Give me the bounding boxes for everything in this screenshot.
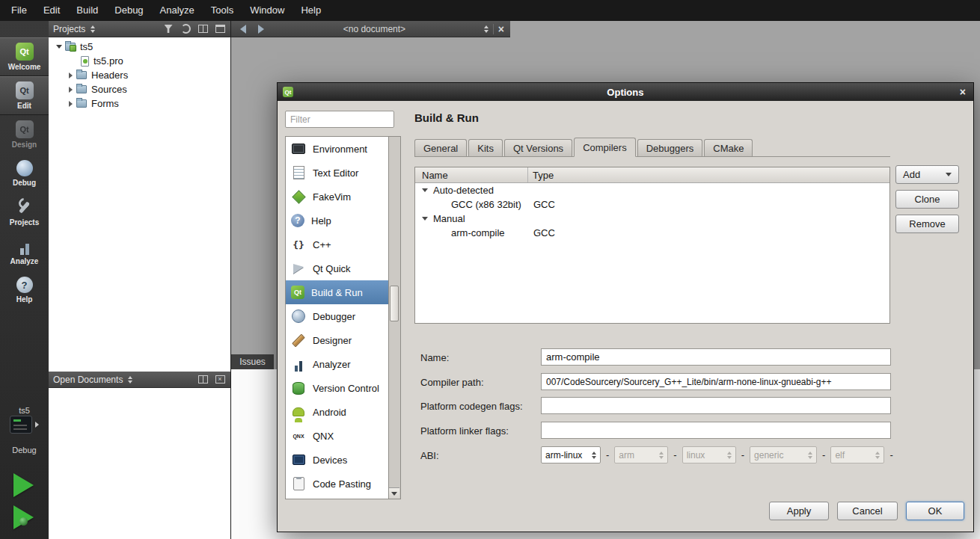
category-android[interactable]: Android [286,400,388,424]
column-type[interactable]: Type [528,167,889,182]
codegen-flags-field[interactable] [541,397,891,414]
filter-icon[interactable] [162,24,174,34]
sync-with-editor-icon[interactable] [180,24,192,34]
qt-quick-icon [291,261,306,276]
category-debugger[interactable]: Debugger [286,304,388,328]
category-version-control[interactable]: Version Control [286,376,388,400]
document-selector[interactable]: <no document> [270,24,479,34]
go-back-icon[interactable] [240,25,246,34]
tab-kits[interactable]: Kits [468,139,503,156]
issues-output-tab[interactable]: Issues [231,354,274,369]
category-text-editor[interactable]: Text Editor [286,161,388,185]
mode-help[interactable]: Help [0,271,49,309]
run-debug-button[interactable] [0,504,49,531]
tree-item-forms[interactable]: Forms [49,96,230,111]
tab-cmake[interactable]: CMake [704,139,753,156]
table-row-manual[interactable]: Manual [415,212,889,226]
maximize-pane-icon[interactable] [215,25,225,33]
dialog-titlebar[interactable]: Options [278,83,973,101]
linker-flags-field[interactable] [541,422,891,439]
category-label: Qt Quick [313,263,351,274]
table-row-auto-detected[interactable]: Auto-detected [415,183,889,197]
mode-welcome[interactable]: Welcome [0,37,49,76]
compiler-path-field[interactable] [541,373,891,390]
mode-debug[interactable]: Debug [0,154,49,193]
menu-analyze[interactable]: Analyze [152,0,203,21]
add-button[interactable]: Add [895,165,959,184]
category-designer[interactable]: Designer [286,328,388,352]
settings-category-list: Environment Text Editor FakeVim Help C++… [285,136,389,499]
abi-arch-value: arm-linux [545,450,582,461]
table-row-gcc-x86[interactable]: GCC (x86 32bit) GCC [415,197,889,212]
category-cpp[interactable]: C++ [286,232,388,256]
pane-selector-updown-icon[interactable] [128,376,132,384]
expand-arrow-icon[interactable] [69,101,73,107]
apply-button[interactable]: Apply [769,502,829,520]
mode-projects[interactable]: Projects [0,193,49,232]
collapse-arrow-icon[interactable] [56,45,62,49]
tree-item-sources[interactable]: Sources [49,82,230,96]
run-button[interactable] [0,472,49,499]
category-environment[interactable]: Environment [286,137,388,161]
remove-button[interactable]: Remove [895,215,959,233]
ok-button[interactable]: OK [906,502,964,520]
scrollbar-slider[interactable] [390,286,399,321]
category-qnx[interactable]: QNX [286,424,388,448]
category-build-and-run[interactable]: Build & Run [286,280,388,304]
go-forward-icon[interactable] [258,25,264,34]
mode-edit[interactable]: Edit [0,76,49,115]
table-row-arm-compile[interactable]: arm-compile GCC [415,226,889,240]
target-selector[interactable] [0,416,49,434]
abi-arch-combo[interactable]: arm-linux [541,446,601,463]
tree-item-ts5pro[interactable]: ts5.pro [49,54,230,68]
menu-file[interactable]: File [3,0,35,21]
collapse-arrow-icon[interactable] [422,188,428,192]
tab-qt-versions[interactable]: Qt Versions [504,139,572,156]
expand-arrow-icon[interactable] [69,73,73,78]
abi-vendor-combo: arm [614,446,668,463]
document-selector-updown-icon[interactable] [484,25,489,33]
menu-build[interactable]: Build [68,0,106,21]
menu-edit[interactable]: Edit [35,0,68,21]
collapse-arrow-icon[interactable] [422,217,428,221]
expand-arrow-icon[interactable] [69,87,73,93]
tree-item-headers[interactable]: Headers [49,68,230,82]
devices-icon [291,452,306,467]
split-pane-icon[interactable] [198,25,208,33]
category-code-pasting[interactable]: Code Pasting [286,472,388,496]
tab-general[interactable]: General [414,139,467,156]
projects-pane-title[interactable]: Projects [53,24,85,34]
updown-icon [808,452,812,459]
menu-window[interactable]: Window [242,0,293,21]
pane-selector-updown-icon[interactable] [91,25,95,33]
mode-analyze[interactable]: Analyze [0,232,49,271]
filter-input[interactable] [285,111,394,128]
close-icon[interactable] [958,87,968,97]
help-icon [16,277,33,293]
scrollbar-down-icon[interactable] [389,487,399,499]
category-label: Environment [313,144,367,155]
category-fakevim[interactable]: FakeVim [286,185,388,209]
menu-help[interactable]: Help [293,0,329,21]
category-scrollbar[interactable] [389,136,401,499]
cancel-button[interactable]: Cancel [837,502,898,520]
menu-debug[interactable]: Debug [106,0,151,21]
updown-icon [875,452,880,459]
category-help[interactable]: Help [286,209,388,232]
tab-compilers[interactable]: Compilers [574,138,636,157]
category-analyzer[interactable]: Analyzer [286,352,388,376]
row-type: GCC [529,227,555,238]
tree-item-ts5[interactable]: ts5 [49,40,230,54]
category-devices[interactable]: Devices [286,448,388,472]
build-config-label: Debug [0,446,49,455]
name-field[interactable] [541,348,891,366]
split-pane-icon[interactable] [198,375,208,384]
close-pane-icon[interactable] [215,375,225,384]
category-qt-quick[interactable]: Qt Quick [286,256,388,280]
tab-debuggers[interactable]: Debuggers [637,139,703,156]
clone-button[interactable]: Clone [895,190,959,209]
open-documents-title[interactable]: Open Documents [53,375,123,385]
column-name[interactable]: Name [415,167,528,182]
close-document-icon[interactable] [498,24,504,34]
menu-tools[interactable]: Tools [203,0,242,21]
